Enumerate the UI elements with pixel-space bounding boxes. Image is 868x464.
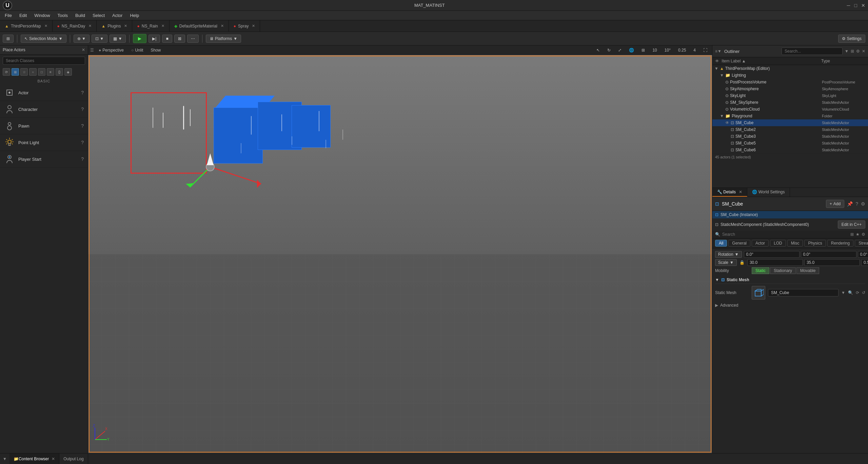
scale-y-input[interactable]: [804, 259, 860, 266]
outliner-search-input[interactable]: [782, 47, 843, 55]
sm-static-mesh-component-row[interactable]: ⊡ StaticMeshComponent (StaticMeshCompone…: [712, 219, 868, 230]
details-search-input[interactable]: [722, 232, 848, 237]
pawn-help-icon[interactable]: ?: [81, 123, 84, 129]
filter-basic-icon[interactable]: ⊞: [12, 68, 19, 76]
stop-button[interactable]: ⊠: [174, 35, 185, 43]
tab-plugins-close[interactable]: ✕: [124, 24, 127, 28]
filter-code-icon[interactable]: {}: [56, 68, 63, 76]
filter-recent-icon[interactable]: ⟳: [3, 68, 10, 76]
tree-item-skysphere[interactable]: ⊙ SM_SkySphere StaticMeshActor: [712, 99, 868, 106]
details-tab-details[interactable]: 🔧 Details ✕: [712, 188, 747, 197]
details-tab-close[interactable]: ✕: [739, 190, 742, 194]
filter-light-icon[interactable]: ☆: [20, 68, 28, 76]
place-actors-close[interactable]: ✕: [82, 47, 85, 52]
outliner-add-icon[interactable]: ⊞: [851, 49, 854, 54]
tab-spray-close[interactable]: ✕: [252, 24, 255, 28]
filter-shape-icon[interactable]: ○: [29, 68, 37, 76]
playerstart-help-icon[interactable]: ?: [81, 156, 84, 162]
perspective-btn[interactable]: ● Perspective: [96, 47, 126, 53]
tree-item-skylight[interactable]: ⊙ SkyLight SkyLight: [712, 92, 868, 99]
menu-actor[interactable]: Actor: [109, 12, 126, 19]
mobility-stationary-btn[interactable]: Stationary: [770, 267, 796, 274]
tab-plugins[interactable]: ▲ Plugins ✕: [97, 20, 132, 32]
filter-volume-icon[interactable]: □: [38, 68, 45, 76]
menu-select[interactable]: Select: [89, 12, 108, 19]
rotation-dropdown[interactable]: Rotation ▼: [715, 251, 742, 258]
tree-item-skyatmosphere[interactable]: ⊙ SkyAtmosphere SkyAtmosphere: [712, 85, 868, 92]
settings-button[interactable]: ⚙ Settings: [838, 35, 865, 43]
menu-build[interactable]: Build: [72, 12, 88, 19]
tab-defaultspritematerial-close[interactable]: ✕: [221, 24, 224, 28]
tab-ns-rain-close[interactable]: ✕: [161, 24, 164, 28]
filter-misc-tab[interactable]: Misc: [787, 240, 803, 247]
tab-defaultspritematerial[interactable]: ◆ DefaultSpriteMaterial ✕: [170, 20, 229, 32]
sm-cube-instance-row[interactable]: ⊡ SM_Cube (Instance): [712, 211, 868, 218]
tree-item-playground[interactable]: ▼ 📁 Playground Folder: [712, 113, 868, 119]
filter-actor-tab[interactable]: Actor: [752, 240, 769, 247]
menu-edit[interactable]: Edit: [16, 12, 30, 19]
filter-lod-tab[interactable]: LOD: [770, 240, 786, 247]
vp-angle-btn[interactable]: 10°: [662, 47, 673, 53]
tab-thirdpersonmap-close[interactable]: ✕: [44, 24, 47, 28]
tree-item-smcube2[interactable]: ⊡ SM_Cube2 StaticMeshActor: [712, 126, 868, 133]
filter-general-tab[interactable]: General: [728, 240, 750, 247]
vp-cam-speed-btn[interactable]: 4: [691, 47, 698, 53]
details-tab-worldsettings[interactable]: 🌐 World Settings: [747, 188, 790, 197]
selection-mode-btn[interactable]: ↖ Selection Mode ▼: [21, 35, 66, 43]
tree-item-smcube5[interactable]: ⊡ SM_Cube5 StaticMeshActor: [712, 140, 868, 147]
scale-x-input[interactable]: [747, 259, 803, 266]
details-help-icon[interactable]: ?: [855, 201, 858, 207]
menu-help[interactable]: Help: [126, 12, 142, 19]
details-filter-icon[interactable]: ⚙: [862, 232, 865, 237]
actor-item-pawn[interactable]: Pawn ?: [0, 118, 88, 134]
vp-scale-num-btn[interactable]: 0.25: [675, 47, 689, 53]
actor-help-icon[interactable]: ?: [81, 90, 84, 95]
bottom-tab-output-log[interactable]: Output Log: [59, 453, 88, 464]
menu-file[interactable]: File: [1, 12, 15, 19]
vp-fullscreen-btn[interactable]: ⛶: [701, 47, 710, 53]
mobility-movable-btn[interactable]: Movable: [796, 267, 819, 274]
vp-world-btn[interactable]: 🌐: [626, 47, 637, 53]
rotation-x-input[interactable]: [744, 251, 800, 258]
vp-surface-btn[interactable]: ⊞: [639, 47, 648, 53]
sm-browse-icon[interactable]: 🔍: [848, 290, 853, 295]
tree-item-smcube[interactable]: 👁 ⊡ SM_Cube StaticMeshActor: [712, 119, 868, 126]
tab-spray[interactable]: ● Spray ✕: [229, 20, 260, 32]
tab-ns-rain[interactable]: ● NS_Rain ✕: [132, 20, 169, 32]
pause-button[interactable]: ■: [162, 35, 172, 43]
filter-all-tab[interactable]: All: [715, 240, 727, 247]
toolbar-btn-4[interactable]: ▦ ▼: [110, 35, 126, 43]
details-add-btn[interactable]: + Add: [826, 200, 844, 208]
advanced-section[interactable]: ▶ Advanced: [715, 302, 865, 309]
menu-tools[interactable]: Tools: [54, 12, 71, 19]
static-mesh-section-header[interactable]: ▼ ⊡ Static Mesh: [715, 276, 865, 284]
toolbar-btn-2[interactable]: ⊕ ▼: [74, 35, 90, 43]
tab-ns-rainday-close[interactable]: ✕: [88, 24, 92, 28]
tree-item-postprocess[interactable]: ⊙ PostProcessVolume PostProcessVolume: [712, 79, 868, 85]
tab-ns-rainday[interactable]: ● NS_RainDay ✕: [53, 20, 97, 32]
tree-item-thirdpersonmap[interactable]: ▼ ▲ ThirdPersonMap (Editor): [712, 65, 868, 72]
scale-z-input[interactable]: [861, 259, 868, 266]
play-button[interactable]: ▶: [133, 34, 146, 43]
details-pin-icon[interactable]: 📌: [847, 201, 853, 207]
tree-item-lighting[interactable]: ▼ 📁 Lighting: [712, 72, 868, 79]
static-mesh-name-input[interactable]: [768, 289, 839, 296]
unlit-btn[interactable]: ○ Unlit: [129, 47, 146, 53]
tree-item-smcube6[interactable]: ⊡ SM_Cube6 StaticMeshActor: [712, 147, 868, 153]
actor-item-character[interactable]: Character ?: [0, 101, 88, 118]
content-browser-close[interactable]: ✕: [52, 457, 55, 461]
filter-rendering-tab[interactable]: Rendering: [827, 240, 853, 247]
rotation-y-input[interactable]: [801, 251, 856, 258]
minimize-button[interactable]: ─: [847, 3, 850, 8]
outliner-filter-icon[interactable]: ≡▼: [715, 49, 722, 54]
maximize-button[interactable]: □: [854, 3, 857, 8]
edit-cpp-btn[interactable]: Edit in C++: [838, 220, 865, 229]
show-btn[interactable]: Show: [148, 47, 163, 53]
pointlight-help-icon[interactable]: ?: [81, 140, 84, 145]
actor-item-playerstart[interactable]: Player Start ?: [0, 151, 88, 168]
sm-refresh-icon[interactable]: ⟳: [856, 290, 859, 295]
character-help-icon[interactable]: ?: [81, 107, 84, 112]
close-button[interactable]: ✕: [861, 3, 865, 8]
mobility-static-btn[interactable]: Static: [752, 267, 769, 274]
tab-thirdpersonmap[interactable]: ▲ ThirdPersonMap ✕: [0, 20, 53, 32]
